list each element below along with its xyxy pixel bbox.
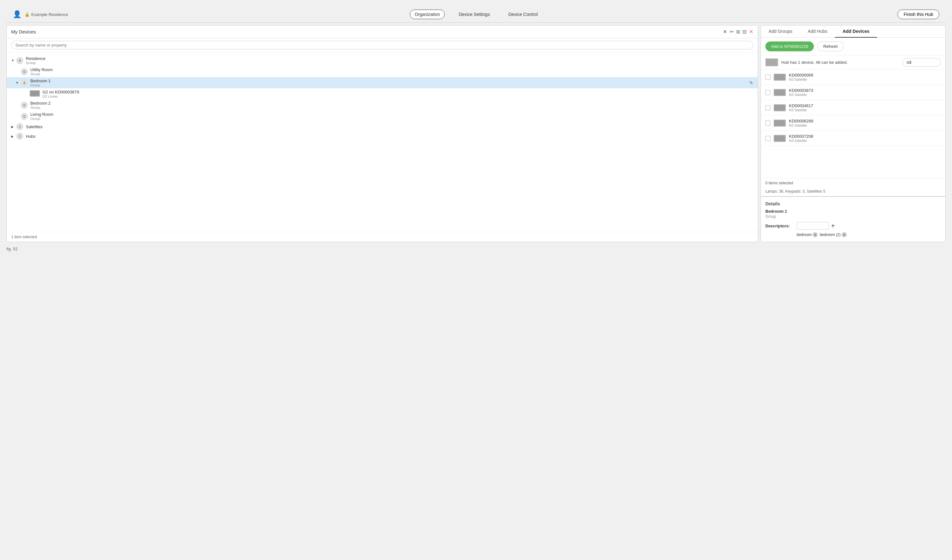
add-descriptor-button[interactable]: + — [831, 222, 835, 230]
device-type: N3 Satellite — [789, 77, 813, 81]
tree-item-living-room[interactable]: 0 Living Room Group — [7, 111, 758, 122]
device-checkbox-kd6289[interactable] — [765, 120, 770, 126]
device-checkbox-kd3873[interactable] — [765, 90, 770, 95]
close-icon-button[interactable]: ✕ — [749, 29, 753, 35]
item-name: Satellites — [26, 124, 43, 129]
lamp-summary-text: Lamps: 36, Keypads: 3, Satellites 5 — [765, 189, 825, 194]
search-input[interactable] — [11, 41, 753, 49]
top-bar: 👤 🔒 Example Residence Organization Devic… — [6, 6, 946, 23]
device-checkbox-kd69[interactable] — [765, 75, 770, 80]
tree-item-hubs[interactable]: ▶ 1 Hubs — [7, 131, 758, 141]
tab-device-settings[interactable]: Device Settings — [454, 10, 494, 19]
count-badge: 4 — [21, 79, 28, 86]
tag-text: bedroom (2) — [820, 233, 840, 237]
tree-item-bedroom2[interactable]: 0 Bedroom 2 Group — [7, 99, 758, 111]
device-chip-icon — [774, 104, 786, 111]
expand-icon: ▼ — [11, 59, 15, 62]
device-checkbox-kd4617[interactable] — [765, 105, 770, 110]
selection-summary: 0 items selected — [761, 178, 945, 188]
add-devices-controls: Add to KP00001229 Refresh — [761, 38, 945, 56]
tab-device-control[interactable]: Device Control — [504, 10, 542, 19]
edit-icon[interactable]: ✎ — [750, 80, 753, 85]
device-id: KD00006289 — [789, 119, 813, 123]
right-panel: Add Groups Add Hubs Add Devices Add to K… — [760, 25, 946, 242]
main-content: My Devices ✕ ✂ ⧉ ⊟ ✕ ▼ 4 Residence Group — [6, 25, 946, 242]
descriptors-label: Descriptors: — [765, 224, 794, 228]
details-name: Bedroom 1 — [765, 209, 941, 214]
delete-icon-button[interactable]: ✕ — [723, 29, 727, 35]
descriptor-tags: bedroom ✕ bedroom (2) ✕ — [797, 232, 941, 237]
top-bar-right: Finish this Hub — [898, 9, 939, 19]
hub-device-icon — [765, 59, 778, 66]
device-chip-icon — [30, 90, 40, 97]
device-checkbox-kd7208[interactable] — [765, 136, 770, 141]
tree-item-satellites[interactable]: ▶ 1 Satellites — [7, 122, 758, 131]
device-type: N3 Satellite — [789, 93, 813, 97]
item-name: G2 on KD00003679 — [42, 89, 79, 94]
item-sub: Group — [30, 72, 53, 76]
residence-name: Example Residence — [31, 12, 68, 17]
user-icon: 👤 — [13, 10, 22, 19]
descriptor-tag-bedroom2: bedroom (2) ✕ — [820, 232, 846, 237]
tab-add-groups[interactable]: Add Groups — [761, 26, 800, 38]
device-chip-icon — [774, 89, 786, 96]
top-bar-center: Organization Device Settings Device Cont… — [410, 9, 542, 19]
list-item: KD00003873 N3 Satellite — [761, 85, 945, 100]
tabs-row: Add Groups Add Hubs Add Devices — [761, 26, 945, 38]
panel-header: My Devices ✕ ✂ ⧉ ⊟ ✕ — [7, 26, 758, 38]
paste-icon-button[interactable]: ⊟ — [742, 29, 746, 35]
hub-search-input[interactable] — [903, 58, 941, 67]
svg-rect-7 — [774, 89, 785, 96]
device-id: KD00003873 — [789, 88, 813, 93]
item-name: Utility Room — [30, 67, 53, 72]
copy-icon-button[interactable]: ⧉ — [736, 29, 740, 35]
item-sub: Group — [26, 61, 45, 65]
item-name: Hubs — [26, 134, 36, 139]
remove-tag-bedroom2[interactable]: ✕ — [842, 232, 847, 237]
hub-info-text: Hub has 1 device, 48 can be added. — [781, 60, 848, 65]
tree-item-g2-device[interactable]: G2 on KD00003679 G2 Linear — [7, 88, 758, 99]
tree-item-utility-room[interactable]: 0 Utility Room Group — [7, 66, 758, 77]
tree-item-residence[interactable]: ▼ 4 Residence Group — [7, 55, 758, 66]
details-panel: Details Bedroom 1 Group Descriptors: + b… — [761, 196, 945, 242]
device-type: N3 Satellite — [789, 139, 813, 143]
device-id: KD00004617 — [789, 103, 813, 108]
tree-item-bedroom1[interactable]: ▼ 4 Bedroom 1 Group ✎ — [7, 77, 758, 88]
add-to-button[interactable]: Add to KP00001229 — [765, 42, 814, 51]
count-badge: 1 — [16, 123, 23, 130]
device-chip-icon — [774, 74, 786, 81]
count-badge: 0 — [21, 68, 28, 75]
list-item: KD00006289 N3 Satellite — [761, 116, 945, 131]
device-id: KD00000069 — [789, 73, 813, 77]
item-name: Bedroom 2 — [30, 101, 51, 106]
expand-icon: ▶ — [11, 125, 15, 128]
list-item: KD00000069 N3 Satellite — [761, 69, 945, 85]
device-type: N3 Satellite — [789, 123, 813, 127]
device-chip-icon — [774, 120, 786, 127]
count-badge: 0 — [21, 102, 28, 109]
device-chip-icon — [774, 135, 786, 142]
device-id: KD00007208 — [789, 134, 813, 139]
hub-info-row: Hub has 1 device, 48 can be added. — [761, 56, 945, 69]
expand-icon: ▶ — [11, 134, 15, 138]
tab-organization[interactable]: Organization — [410, 9, 445, 19]
selection-count: 0 items selected — [765, 181, 793, 185]
count-badge: 0 — [21, 113, 28, 120]
tab-add-devices[interactable]: Add Devices — [835, 26, 877, 38]
cut-icon-button[interactable]: ✂ — [729, 29, 734, 35]
panel-icons: ✕ ✂ ⧉ ⊟ ✕ — [723, 29, 753, 35]
item-sub: Group — [30, 106, 51, 110]
count-badge: 1 — [16, 133, 23, 140]
item-name: Bedroom 1 — [30, 79, 51, 83]
finish-hub-button[interactable]: Finish this Hub — [898, 9, 939, 19]
refresh-button[interactable]: Refresh — [817, 42, 844, 51]
item-name: Living Room — [30, 112, 53, 117]
tab-add-hubs[interactable]: Add Hubs — [800, 26, 835, 38]
list-item: KD00004617 N3 Satellite — [761, 100, 945, 116]
remove-tag-bedroom[interactable]: ✕ — [813, 232, 818, 237]
details-section-title: Details — [765, 201, 941, 206]
svg-rect-3 — [766, 59, 777, 66]
item-sub: Group — [30, 117, 53, 120]
footer-text: 1 item selected — [11, 235, 37, 239]
descriptor-input[interactable] — [797, 222, 828, 230]
